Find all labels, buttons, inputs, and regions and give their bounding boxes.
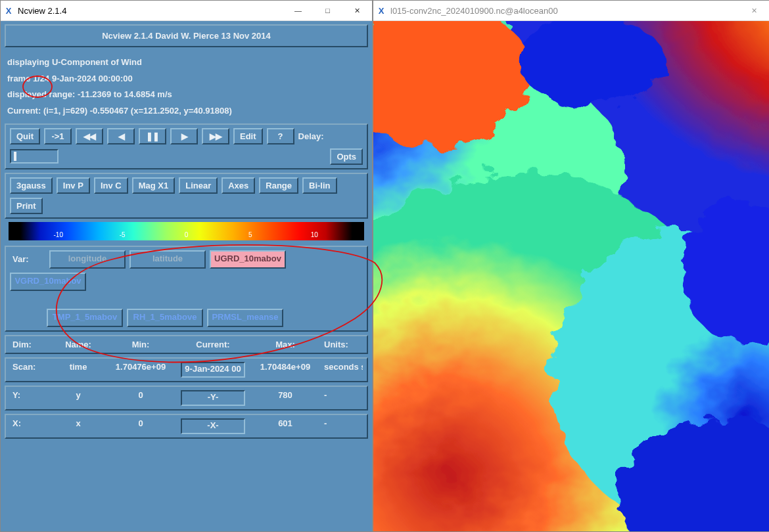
var-ugrd[interactable]: UGRD_10mabov: [210, 250, 286, 269]
info-block: displaying U-Component of Wind frame 1/2…: [5, 51, 368, 123]
rewind-button[interactable]: ◀◀: [76, 128, 103, 144]
print-button[interactable]: Print: [10, 198, 43, 214]
inv-c-button[interactable]: Inv C: [94, 177, 128, 194]
var-longitude[interactable]: longitude: [49, 250, 126, 269]
playback-toolbar: Quit ->1 ◀◀ ◀ ❚❚ ▶ ▶▶ Edit ? Delay: Opts: [6, 125, 367, 168]
info-current: Current: (i=1, j=629) -0.550467 (x=121.2…: [7, 103, 365, 120]
x11-icon: X: [373, 6, 389, 16]
var-tmp[interactable]: TMP_1_5mabov: [47, 309, 123, 327]
close-button[interactable]: ✕: [342, 1, 372, 20]
step-forward-button[interactable]: ▶: [170, 128, 198, 144]
fast-forward-button[interactable]: ▶▶: [202, 128, 229, 144]
help-button[interactable]: ?: [267, 128, 294, 144]
app-header-text: Ncview 2.1.4 David W. Pierce 13 Nov 2014: [102, 31, 271, 41]
goto-1-button[interactable]: ->1: [44, 128, 72, 144]
opts-button[interactable]: Opts: [330, 148, 363, 165]
var-vgrd[interactable]: VGRD_10mabov: [10, 273, 86, 291]
var-rh[interactable]: RH_1_5mabove: [127, 309, 203, 327]
window-title: Ncview 2.1.4: [16, 6, 283, 16]
delay-slider[interactable]: [10, 149, 58, 164]
x11-icon: X: [1, 6, 16, 16]
delay-label: Delay:: [298, 131, 324, 141]
viz-window: X l015-conv2nc_2024010900.nc@a4locean00 …: [373, 0, 769, 532]
linear-button[interactable]: Linear: [179, 177, 218, 194]
step-back-button[interactable]: ◀: [107, 128, 135, 144]
y-current-input[interactable]: -Y-: [181, 390, 245, 406]
dim-y-row: Y: y 0 -Y- 780 -: [6, 387, 367, 409]
info-displaying: displaying U-Component of Wind: [7, 55, 365, 71]
edit-button[interactable]: Edit: [233, 128, 263, 144]
scan-current-input[interactable]: 9-Jan-2024 00: [181, 362, 245, 378]
mag-button[interactable]: Mag X1: [132, 177, 175, 194]
viz-window-title: l015-conv2nc_2024010900.nc@a4locean00: [389, 6, 739, 16]
colorbar-ticks: -10 -5 0 5 10: [9, 231, 364, 240]
var-panel: Var: longitude latitude UGRD_10mabov VGR…: [5, 246, 368, 332]
titlebar-main[interactable]: X Ncview 2.1.4 — □ ✕: [1, 1, 372, 21]
colormap-button[interactable]: 3gauss: [10, 177, 53, 194]
dim-x-row: X: x 0 -X- 601 -: [6, 415, 367, 437]
colorbar[interactable]: -10 -5 0 5 10: [9, 222, 364, 240]
axes-button[interactable]: Axes: [221, 177, 255, 194]
minimize-button[interactable]: —: [283, 1, 313, 20]
dim-scan-row: Scan: time 1.70476e+09 9-Jan-2024 00 1.7…: [6, 359, 367, 381]
app-header: Ncview 2.1.4 David W. Pierce 13 Nov 2014: [5, 24, 368, 47]
info-range: displayed range: -11.2369 to 14.6854 m/s: [7, 87, 365, 103]
info-frame: frame 1/24 9-Jan-2024 00:00:00: [7, 71, 365, 87]
titlebar-viz[interactable]: X l015-conv2nc_2024010900.nc@a4locean00 …: [373, 1, 769, 21]
bilin-button[interactable]: Bi-lin: [302, 177, 337, 194]
range-button[interactable]: Range: [259, 177, 298, 194]
viz-close-button[interactable]: ✕: [739, 1, 769, 20]
var-prmsl[interactable]: PRMSL_meanse: [207, 309, 283, 327]
dim-header-row: Dim: Name: Min: Current: Max: Units:: [6, 336, 367, 353]
var-latitude[interactable]: latitude: [129, 250, 206, 269]
pause-button[interactable]: ❚❚: [139, 128, 166, 144]
tools-toolbar: 3gauss Inv P Inv C Mag X1 Linear Axes Ra…: [6, 174, 367, 217]
maximize-button[interactable]: □: [313, 1, 342, 20]
var-label: Var:: [10, 254, 45, 264]
x-current-input[interactable]: -X-: [181, 418, 245, 434]
inv-p-button[interactable]: Inv P: [57, 177, 90, 194]
viz-canvas[interactable]: [373, 21, 769, 531]
quit-button[interactable]: Quit: [10, 128, 40, 144]
ncview-window: X Ncview 2.1.4 — □ ✕ Ncview 2.1.4 David …: [0, 0, 373, 532]
